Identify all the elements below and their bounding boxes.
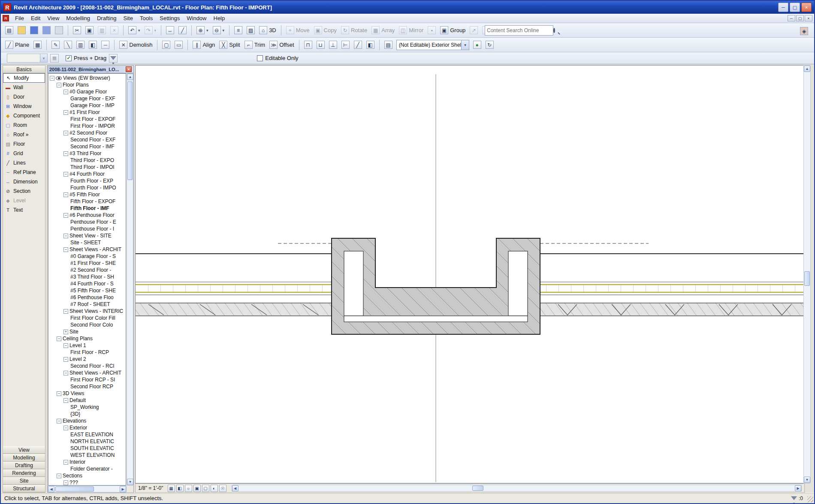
content-search-box[interactable] <box>485 25 553 36</box>
sidebar-item-lines[interactable]: ╱Lines <box>3 158 45 168</box>
scrollbar-thumb[interactable] <box>55 486 94 492</box>
reload-latest-icon[interactable]: ↻ <box>484 39 495 50</box>
tree-item-label[interactable]: #3 Third Floor <box>69 150 101 156</box>
zoom-in-icon[interactable]: ⊕▾ <box>195 25 210 36</box>
tree-item-label[interactable]: Sheet Views - ARCHIT <box>69 246 121 252</box>
collapse-icon[interactable]: − <box>63 247 68 252</box>
worksets-icon[interactable]: ▤ <box>383 39 394 50</box>
tree-item-label[interactable]: Views (EW Browser) <box>63 75 110 81</box>
minimize-button[interactable]: ─ <box>778 3 788 12</box>
tab-view[interactable]: View <box>3 446 45 454</box>
chevron-down-icon[interactable]: ▾ <box>223 28 225 33</box>
3d-view-button[interactable]: ⌂3D <box>257 25 278 36</box>
tree-item-label[interactable]: Third Floor - IMPOI <box>70 164 115 170</box>
tree-item-label[interactable]: Penthouse Floor - I <box>70 226 114 232</box>
tree-item[interactable]: Fifth Floor - IMF <box>48 205 126 212</box>
tree-item-label[interactable]: ??? <box>69 480 78 486</box>
tree-item-label[interactable]: #6 Penthouse Floo <box>70 294 114 300</box>
beam-joins-icon[interactable]: ⊢ <box>340 39 351 50</box>
tree-item[interactable]: #7 Roof - SHEET <box>48 301 126 308</box>
tree-item[interactable]: First Floor Color Fill <box>48 315 126 321</box>
tree-item-label[interactable]: NORTH ELEVATIC <box>70 438 114 444</box>
tree-item[interactable]: −Default <box>48 397 126 404</box>
split-button[interactable]: ╳Split <box>217 39 241 50</box>
collapse-icon[interactable]: − <box>63 131 68 135</box>
linework-icon[interactable]: ╱ <box>352 39 364 50</box>
sidebar-item-window[interactable]: ⊞Window <box>3 102 45 111</box>
type-selector-dropdown[interactable]: ▾ <box>7 54 48 63</box>
tree-item[interactable]: −#1 First Floor <box>48 109 126 116</box>
tree-item-label[interactable]: Sections <box>63 473 82 479</box>
sidebar-item-grid[interactable]: #Grid <box>3 149 45 158</box>
collapse-icon[interactable]: − <box>63 357 68 362</box>
tree-item-label[interactable]: #3 Third Floor - SH <box>70 274 114 280</box>
tree-item[interactable]: −#0 Garage Floor <box>48 88 126 95</box>
tree-item-label[interactable]: Exterior <box>69 425 87 431</box>
save-all-icon[interactable] <box>41 25 52 36</box>
collapse-icon[interactable]: − <box>63 426 68 430</box>
tree-item[interactable]: −Ceiling Plans <box>48 335 126 342</box>
toolbar-overflow-icon[interactable]: ◈ <box>798 26 810 36</box>
collapse-icon[interactable]: − <box>63 398 68 403</box>
tree-item[interactable]: Fourth Floor - EXP <box>48 177 126 184</box>
copy-icon[interactable]: ▣ <box>84 25 95 36</box>
tree-item[interactable]: SOUTH ELEVATIC <box>48 445 126 452</box>
tree-item-label[interactable]: First Floor - EXPOF <box>70 116 115 122</box>
tree-item-label[interactable]: Fourth Floor - EXP <box>70 178 113 184</box>
sidebar-item-dimension[interactable]: ↔Dimension <box>3 177 45 186</box>
dimension-icon[interactable]: ↔ <box>164 25 176 36</box>
tree-item[interactable]: Garage Floor - IMP <box>48 102 126 109</box>
tree-item-label[interactable]: #4 Fourth Floor <box>69 171 105 177</box>
unjoin-geometry-icon[interactable]: ⊔ <box>315 39 326 50</box>
tree-item[interactable]: SP_Working <box>48 404 126 411</box>
tab-site[interactable]: Site <box>3 477 45 485</box>
browser-vertical-scrollbar[interactable]: ▲ ▼ <box>127 73 133 486</box>
menu-drafting[interactable]: Drafting <box>94 14 120 22</box>
worksets-dropdown[interactable]: (Not Editable) Exterior Shel▾ <box>396 40 469 50</box>
tree-item[interactable]: Second Floor RCP <box>48 383 126 390</box>
tree-item-label[interactable]: #1 First Floor - SHE <box>70 260 116 266</box>
tree-item[interactable]: Third Floor - EXPO <box>48 157 126 164</box>
tree-item-label[interactable]: Interior <box>69 459 85 465</box>
menu-edit[interactable]: Edit <box>27 14 44 22</box>
tree-item[interactable]: −Floor Plans <box>48 81 126 88</box>
collapse-icon[interactable]: − <box>63 213 68 218</box>
tree-item-label[interactable]: Fourth Floor - IMPO <box>70 185 116 191</box>
tree-item-label[interactable]: Second Floor RCP <box>70 384 113 390</box>
tree-item[interactable]: Second Floor - RCI <box>48 363 126 369</box>
tree-item[interactable]: −#2 Second Floor <box>48 129 126 136</box>
checkbox-checked-icon[interactable]: ✓ <box>66 55 72 61</box>
chevron-down-icon[interactable]: ▾ <box>154 28 157 33</box>
eyedropper-icon[interactable]: ╲ <box>62 39 74 50</box>
menu-window[interactable]: Window <box>183 14 210 22</box>
menu-file[interactable]: File <box>12 14 27 22</box>
tree-item[interactable]: −Elevations <box>48 417 126 424</box>
tree-item-label[interactable]: Second Floor - IMF <box>70 144 115 150</box>
collapse-icon[interactable]: − <box>63 192 68 197</box>
scrollbar-thumb[interactable] <box>127 81 133 180</box>
join-geometry-icon[interactable]: ⊓ <box>302 39 314 50</box>
editable-toggle-icon[interactable]: ● <box>471 39 483 50</box>
checkbox-unchecked-icon[interactable] <box>257 55 263 61</box>
sidebar-item-floor[interactable]: ▨Floor <box>3 139 45 149</box>
collapse-icon[interactable]: − <box>50 76 54 81</box>
tree-item-label[interactable]: Penthouse Floor - E <box>70 219 116 225</box>
wall-joins-icon[interactable]: ⊥ <box>327 39 339 50</box>
tree-item[interactable]: −Interior <box>48 459 126 465</box>
collapse-icon[interactable]: − <box>63 234 68 238</box>
tree-item-label[interactable]: #7 Roof - SHEET <box>70 301 110 307</box>
tree-item[interactable]: Penthouse Floor - E <box>48 219 126 225</box>
search-icon[interactable] <box>553 28 555 33</box>
editable-only-checkbox[interactable]: Editable Only <box>257 55 298 61</box>
collapse-icon[interactable]: − <box>63 480 68 485</box>
tree-item-label[interactable]: Second Floor - RCI <box>70 363 115 369</box>
detail-level-icon[interactable]: ▦ <box>168 485 175 492</box>
trim-button[interactable]: ⌐Trim <box>243 39 267 50</box>
paint-bucket-icon[interactable]: ◧ <box>365 39 376 50</box>
tree-item[interactable]: #4 Fourth Floor - S <box>48 280 126 287</box>
tree-item[interactable]: −Sheet Views - ARCHIT <box>48 246 126 253</box>
cut-icon[interactable]: ✂ <box>71 25 83 36</box>
tree-item-label[interactable]: WEST ELEVATION <box>70 452 115 458</box>
tree-item[interactable]: −??? <box>48 479 126 486</box>
paint-icon[interactable]: ◧ <box>87 39 99 50</box>
